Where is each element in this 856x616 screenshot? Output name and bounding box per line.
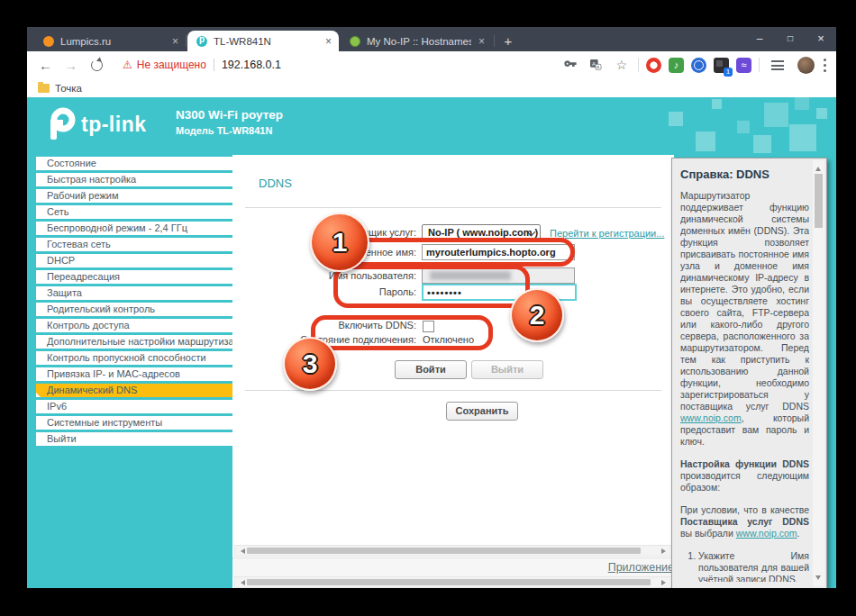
scrollbar-thumb[interactable] — [247, 579, 651, 585]
bookmark-star-icon[interactable]: ☆ — [615, 58, 627, 72]
scroll-right-arrow-icon[interactable] — [661, 580, 669, 585]
help-vertical-scrollbar[interactable] — [813, 160, 824, 586]
scrollbar-thumb[interactable] — [247, 548, 641, 554]
sidebar-item-operation-mode[interactable]: Рабочий режим — [36, 189, 232, 203]
extension-cube-icon[interactable]: 1 — [714, 58, 729, 73]
back-icon[interactable]: ← — [39, 58, 52, 73]
window-close-button[interactable]: × — [806, 27, 836, 51]
tab-noip[interactable]: My No-IP :: Hostnames × — [341, 31, 492, 51]
bookmarks-bar: Точка — [27, 78, 836, 97]
tab-separator — [186, 35, 187, 47]
page-title: DDNS — [259, 177, 292, 190]
provider-selected-value: No-IP ( www.noip.com ) — [428, 227, 538, 238]
tplink-favicon-icon — [196, 36, 207, 47]
sidebar-item-wireless[interactable]: Беспроводной режим - 2,4 ГГц — [36, 222, 232, 235]
screenshot-canvas: Lumpics.ru × TL-WR841N × My No-IP :: Hos… — [0, 0, 856, 616]
new-tab-button[interactable]: + — [499, 32, 517, 50]
url-text[interactable]: 192.168.0.1 — [222, 59, 281, 71]
forward-icon[interactable]: → — [64, 58, 77, 73]
security-warning-label[interactable]: Не защищено — [137, 59, 206, 71]
scroll-up-arrow-icon[interactable] — [815, 164, 821, 171]
login-button[interactable]: Войти — [395, 360, 467, 379]
window-maximize-button[interactable]: □ — [775, 27, 806, 51]
sidebar-item-guest-network[interactable]: Гостевая сеть — [36, 238, 232, 251]
tab-router-active[interactable]: TL-WR841N × — [187, 31, 339, 51]
sidebar-item-parental-control[interactable]: Родительский контроль — [36, 303, 232, 316]
sidebar-item-dynamic-dns[interactable]: Динамический DNS — [36, 384, 232, 397]
noip-link[interactable]: www.noip.com — [736, 528, 797, 539]
help-paragraph: Настройка функции DDNS производится след… — [680, 458, 809, 494]
help-text-bold: Поставщика услуг DDNS — [680, 516, 809, 527]
scroll-left-arrow-icon[interactable] — [238, 548, 245, 554]
header-pixel-decoration — [816, 108, 827, 119]
tplink-logo: tp-link — [43, 106, 147, 142]
sidebar-item-quick-setup[interactable]: Быстрая настройка — [36, 173, 232, 186]
translate-icon[interactable]: Aa — [588, 58, 603, 72]
warning-triangle-icon[interactable]: ⚠ — [123, 59, 132, 71]
register-link[interactable]: Перейти к регистрации... — [550, 228, 664, 239]
sidebar-item-ipv6[interactable]: IPv6 — [36, 400, 232, 413]
help-text: При условии, что в качестве — [680, 504, 809, 515]
extension-globe-icon[interactable] — [691, 58, 706, 73]
tab-close-icon[interactable]: × — [325, 35, 332, 48]
header-pixel-decoration — [753, 135, 771, 153]
logout-button: Выйти — [471, 360, 543, 379]
router-model: Модель TL-WR841N — [176, 125, 272, 136]
header-pixel-decoration — [696, 131, 715, 151]
sidebar-item-security[interactable]: Защита — [36, 286, 232, 300]
sidebar-item-logout[interactable]: Выйти — [36, 432, 232, 446]
sidebar-item-status[interactable]: Состояние — [36, 157, 232, 170]
annotation-number: 1 — [332, 227, 348, 258]
annotation-number: 3 — [303, 349, 318, 379]
help-panel: Справка: DDNS Маршрутизатор поддерживает… — [671, 158, 827, 588]
router-page: tp-link N300 Wi-Fi роутер Модель TL-WR84… — [27, 97, 836, 588]
iframe-horizontal-scrollbar[interactable] — [234, 545, 672, 557]
profile-avatar[interactable] — [797, 57, 815, 74]
header-pixel-decoration — [789, 124, 816, 151]
omnibox-separator — [214, 59, 214, 71]
reload-icon[interactable] — [91, 59, 103, 71]
header-pixel-decoration — [737, 121, 750, 133]
chrome-menu-icon[interactable] — [824, 58, 827, 72]
sidebar-menu: Состояние Быстрая настройка Рабочий режи… — [36, 157, 232, 448]
tab-lumpics[interactable]: Lumpics.ru × — [34, 31, 186, 51]
extension-red-circle-icon[interactable] — [646, 58, 661, 73]
lumpics-favicon-icon — [43, 36, 54, 47]
scroll-left-arrow-icon[interactable] — [238, 580, 245, 585]
toolbar-separator — [759, 58, 760, 72]
sidebar-item-system-tools[interactable]: Системные инструменты — [36, 416, 232, 430]
sidebar-item-access-control[interactable]: Контроль доступа — [36, 319, 232, 332]
help-text-bold: Настройка функции DDNS — [680, 458, 809, 469]
tab-close-icon[interactable]: × — [172, 35, 178, 48]
sidebar-item-advanced-routing[interactable]: Дополнительные настройки маршрутизации — [36, 335, 232, 349]
page-horizontal-scrollbar[interactable] — [234, 576, 672, 588]
bookmark-folder-label[interactable]: Точка — [55, 83, 82, 94]
password-key-icon[interactable] — [563, 58, 578, 72]
reading-list-icon[interactable] — [771, 60, 784, 70]
tab-label: My No-IP :: Hostnames — [367, 36, 471, 47]
extension-purple-icon[interactable]: ≈ — [736, 58, 751, 73]
tab-separator — [494, 35, 495, 47]
browser-window: Lumpics.ru × TL-WR841N × My No-IP :: Hos… — [27, 27, 836, 588]
extension-badge: 1 — [724, 68, 733, 77]
noip-link[interactable]: www.noip.com — [680, 412, 742, 423]
window-minimize-button[interactable]: – — [744, 27, 775, 51]
extension-music-icon[interactable]: ♪ — [669, 58, 684, 73]
help-title: Справка: DDNS — [680, 168, 809, 181]
sidebar-item-network[interactable]: Сеть — [36, 205, 232, 219]
sidebar-item-ip-mac-binding[interactable]: Привязка IP- и MAC-адресов — [36, 367, 232, 381]
appendix-link[interactable]: Приложение — [608, 561, 674, 574]
brand-text: tp-link — [81, 113, 147, 137]
help-paragraph: При условии, что в качестве Поставщика у… — [680, 504, 809, 539]
annotation-number: 2 — [530, 300, 545, 331]
scrollbar-thumb[interactable] — [815, 174, 823, 228]
annotation-rect-domain — [335, 238, 575, 267]
sidebar-item-forwarding[interactable]: Переадресация — [36, 270, 232, 284]
tab-close-icon[interactable]: × — [478, 35, 485, 48]
scroll-right-arrow-icon[interactable] — [661, 548, 669, 554]
sidebar-item-bandwidth-control[interactable]: Контроль пропускной способности — [36, 351, 232, 365]
save-button[interactable]: Сохранить — [446, 402, 518, 421]
toolbar-separator — [638, 58, 639, 72]
sidebar-item-dhcp[interactable]: DHCP — [36, 254, 232, 267]
scroll-down-arrow-icon[interactable] — [815, 575, 821, 583]
